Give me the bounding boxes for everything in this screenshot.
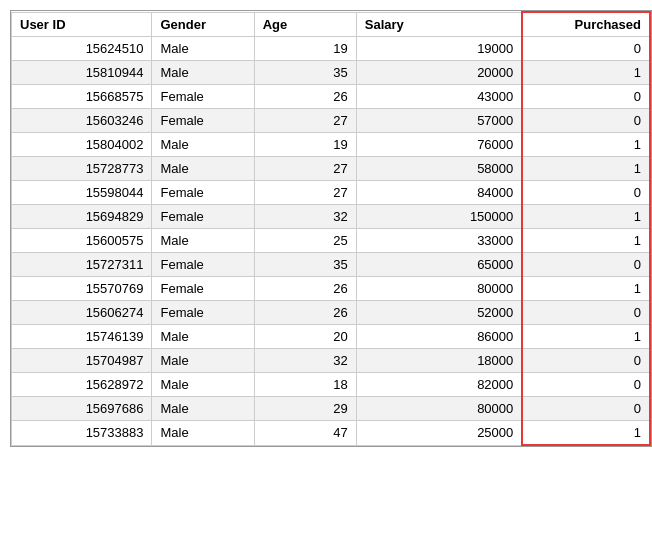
- cell-salary: 57000: [356, 109, 522, 133]
- cell-gender: Male: [152, 349, 254, 373]
- cell-age: 19: [254, 133, 356, 157]
- table-row: 15727311Female35650000: [12, 253, 651, 277]
- cell-salary: 52000: [356, 301, 522, 325]
- table-row: 15668575Female26430000: [12, 85, 651, 109]
- cell-purchased: 1: [522, 325, 650, 349]
- cell-gender: Female: [152, 205, 254, 229]
- cell-age: 35: [254, 61, 356, 85]
- header-userid: User ID: [12, 12, 152, 37]
- cell-purchased: 0: [522, 37, 650, 61]
- cell-userid: 15628972: [12, 373, 152, 397]
- table-row: 15733883Male47250001: [12, 421, 651, 446]
- cell-userid: 15598044: [12, 181, 152, 205]
- cell-userid: 15728773: [12, 157, 152, 181]
- cell-purchased: 1: [522, 229, 650, 253]
- cell-purchased: 0: [522, 253, 650, 277]
- cell-userid: 15570769: [12, 277, 152, 301]
- cell-salary: 58000: [356, 157, 522, 181]
- cell-userid: 15746139: [12, 325, 152, 349]
- cell-userid: 15606274: [12, 301, 152, 325]
- table-row: 15810944Male35200001: [12, 61, 651, 85]
- cell-gender: Male: [152, 133, 254, 157]
- cell-gender: Male: [152, 397, 254, 421]
- cell-salary: 25000: [356, 421, 522, 446]
- cell-age: 35: [254, 253, 356, 277]
- cell-salary: 33000: [356, 229, 522, 253]
- cell-age: 26: [254, 277, 356, 301]
- cell-purchased: 1: [522, 277, 650, 301]
- table-row: 15704987Male32180000: [12, 349, 651, 373]
- cell-salary: 86000: [356, 325, 522, 349]
- cell-purchased: 1: [522, 61, 650, 85]
- cell-salary: 80000: [356, 277, 522, 301]
- cell-gender: Female: [152, 181, 254, 205]
- cell-gender: Male: [152, 421, 254, 446]
- cell-purchased: 0: [522, 109, 650, 133]
- cell-age: 27: [254, 181, 356, 205]
- table-row: 15804002Male19760001: [12, 133, 651, 157]
- cell-salary: 20000: [356, 61, 522, 85]
- table-header-row: User ID Gender Age Salary Purchased: [12, 12, 651, 37]
- cell-purchased: 0: [522, 85, 650, 109]
- cell-purchased: 0: [522, 301, 650, 325]
- cell-gender: Female: [152, 277, 254, 301]
- cell-gender: Male: [152, 373, 254, 397]
- cell-salary: 82000: [356, 373, 522, 397]
- table-row: 15694829Female321500001: [12, 205, 651, 229]
- cell-salary: 43000: [356, 85, 522, 109]
- cell-age: 27: [254, 157, 356, 181]
- cell-purchased: 1: [522, 421, 650, 446]
- cell-purchased: 0: [522, 397, 650, 421]
- table-row: 15570769Female26800001: [12, 277, 651, 301]
- cell-purchased: 0: [522, 181, 650, 205]
- cell-salary: 76000: [356, 133, 522, 157]
- cell-userid: 15600575: [12, 229, 152, 253]
- cell-purchased: 0: [522, 349, 650, 373]
- cell-salary: 19000: [356, 37, 522, 61]
- cell-purchased: 0: [522, 373, 650, 397]
- cell-gender: Male: [152, 37, 254, 61]
- cell-gender: Male: [152, 61, 254, 85]
- cell-gender: Male: [152, 229, 254, 253]
- cell-userid: 15603246: [12, 109, 152, 133]
- cell-gender: Male: [152, 325, 254, 349]
- table-row: 15606274Female26520000: [12, 301, 651, 325]
- cell-gender: Female: [152, 301, 254, 325]
- data-table: User ID Gender Age Salary Purchased 1562…: [11, 11, 651, 446]
- table-body: 15624510Male1919000015810944Male35200001…: [12, 37, 651, 446]
- cell-gender: Female: [152, 253, 254, 277]
- cell-userid: 15810944: [12, 61, 152, 85]
- cell-userid: 15624510: [12, 37, 152, 61]
- cell-age: 26: [254, 85, 356, 109]
- cell-purchased: 1: [522, 157, 650, 181]
- cell-age: 19: [254, 37, 356, 61]
- cell-age: 32: [254, 205, 356, 229]
- cell-userid: 15733883: [12, 421, 152, 446]
- cell-age: 29: [254, 397, 356, 421]
- cell-age: 32: [254, 349, 356, 373]
- cell-age: 20: [254, 325, 356, 349]
- cell-userid: 15804002: [12, 133, 152, 157]
- table-row: 15628972Male18820000: [12, 373, 651, 397]
- header-gender: Gender: [152, 12, 254, 37]
- cell-age: 18: [254, 373, 356, 397]
- cell-age: 25: [254, 229, 356, 253]
- table-row: 15728773Male27580001: [12, 157, 651, 181]
- cell-age: 26: [254, 301, 356, 325]
- cell-userid: 15727311: [12, 253, 152, 277]
- cell-userid: 15697686: [12, 397, 152, 421]
- table-row: 15624510Male19190000: [12, 37, 651, 61]
- cell-salary: 65000: [356, 253, 522, 277]
- cell-gender: Female: [152, 109, 254, 133]
- cell-userid: 15704987: [12, 349, 152, 373]
- cell-age: 27: [254, 109, 356, 133]
- cell-salary: 84000: [356, 181, 522, 205]
- cell-purchased: 1: [522, 205, 650, 229]
- header-age: Age: [254, 12, 356, 37]
- cell-gender: Male: [152, 157, 254, 181]
- header-salary: Salary: [356, 12, 522, 37]
- cell-salary: 80000: [356, 397, 522, 421]
- cell-userid: 15668575: [12, 85, 152, 109]
- cell-purchased: 1: [522, 133, 650, 157]
- cell-age: 47: [254, 421, 356, 446]
